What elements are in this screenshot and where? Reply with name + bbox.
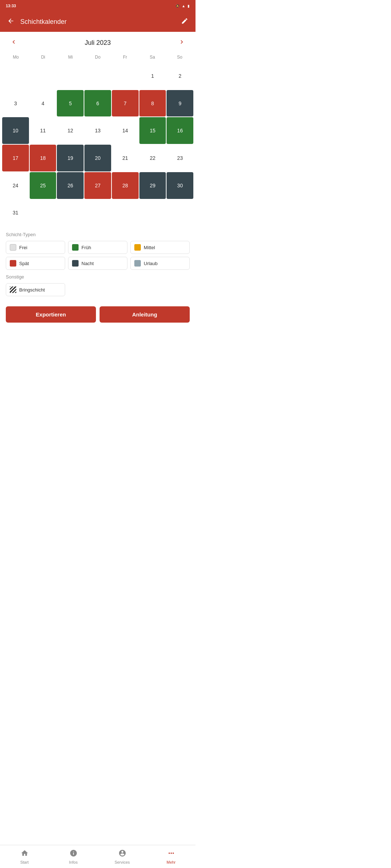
sonstige-title: Sonstige xyxy=(6,274,190,280)
schicht-typen-title: Schicht-Typen xyxy=(6,232,190,237)
legend-fruh[interactable]: Früh xyxy=(68,241,127,254)
weekday-sa: Sa xyxy=(139,53,166,61)
mittel-color-box xyxy=(134,244,141,251)
cal-day-5[interactable]: 5 xyxy=(57,90,84,117)
sonstige-grid: Bringschicht xyxy=(6,283,190,296)
cal-day-20[interactable]: 20 xyxy=(84,145,111,171)
nacht-color-box xyxy=(72,260,79,267)
urlaub-color-box xyxy=(134,260,141,267)
page-title: Schichtkalender xyxy=(20,18,180,26)
cal-day-29[interactable]: 29 xyxy=(139,172,166,199)
exportieren-button[interactable]: Exportieren xyxy=(6,306,96,323)
status-time: 13:33 xyxy=(6,4,16,8)
edit-button[interactable] xyxy=(180,17,190,26)
top-bar: Schichtkalender xyxy=(0,12,196,32)
cal-empty xyxy=(57,63,84,89)
weekday-do: Do xyxy=(84,53,111,61)
cal-day-9[interactable]: 9 xyxy=(167,90,193,117)
bringschicht-label: Bringschicht xyxy=(19,287,45,293)
cal-day-1[interactable]: 1 xyxy=(139,63,166,89)
calendar-weekdays: Mo Di Mi Do Fr Sa So xyxy=(0,53,196,61)
legend-bringschicht[interactable]: Bringschicht xyxy=(6,283,65,296)
status-bar: 13:33 🔕 ▲ ▮ xyxy=(0,0,196,12)
cal-day-8[interactable]: 8 xyxy=(139,90,166,117)
cal-day-26[interactable]: 26 xyxy=(57,172,84,199)
cal-day-2[interactable]: 2 xyxy=(167,63,193,89)
cal-day-7[interactable]: 7 xyxy=(112,90,139,117)
weekday-mi: Mi xyxy=(57,53,84,61)
cal-day-3[interactable]: 3 xyxy=(2,90,29,117)
legend-nacht[interactable]: Nacht xyxy=(68,257,127,270)
legend-section: Schicht-Typen Frei Früh Mittel Spät Nach… xyxy=(0,226,196,296)
cal-day-12[interactable]: 12 xyxy=(57,117,84,144)
calendar-nav: Juli 2023 xyxy=(0,35,196,50)
legend-grid: Frei Früh Mittel Spät Nacht Urlaub xyxy=(6,241,190,270)
cal-day-25[interactable]: 25 xyxy=(30,172,56,199)
wifi-icon: ▲ xyxy=(182,4,185,8)
weekday-mo: Mo xyxy=(2,53,29,61)
prev-month-button[interactable] xyxy=(7,37,20,49)
cal-day-28[interactable]: 28 xyxy=(112,172,139,199)
anleitung-button[interactable]: Anleitung xyxy=(100,306,190,323)
weekday-so: So xyxy=(166,53,193,61)
cal-day-13[interactable]: 13 xyxy=(84,117,111,144)
cal-empty xyxy=(30,63,56,89)
back-button[interactable] xyxy=(6,17,16,26)
action-buttons: Exportieren Anleitung xyxy=(0,302,196,328)
legend-frei[interactable]: Frei xyxy=(6,241,65,254)
fruh-label: Früh xyxy=(81,245,91,250)
alarm-off-icon: 🔕 xyxy=(175,4,180,8)
cal-empty xyxy=(84,63,111,89)
cal-empty xyxy=(112,63,139,89)
legend-mittel[interactable]: Mittel xyxy=(130,241,190,254)
cal-day-30[interactable]: 30 xyxy=(167,172,193,199)
calendar-container: Juli 2023 Mo Di Mi Do Fr Sa So 123456789… xyxy=(0,32,196,226)
status-icons: 🔕 ▲ ▮ xyxy=(175,4,190,8)
cal-day-19[interactable]: 19 xyxy=(57,145,84,171)
nacht-label: Nacht xyxy=(81,261,94,266)
frei-color-box xyxy=(10,244,16,251)
mittel-label: Mittel xyxy=(144,245,155,250)
cal-day-14[interactable]: 14 xyxy=(112,117,139,144)
cal-day-27[interactable]: 27 xyxy=(84,172,111,199)
cal-day-6[interactable]: 6 xyxy=(84,90,111,117)
cal-day-4[interactable]: 4 xyxy=(30,90,56,117)
calendar-month-title: Juli 2023 xyxy=(85,39,111,47)
spat-label: Spät xyxy=(19,261,29,266)
cal-day-15[interactable]: 15 xyxy=(139,117,166,144)
cal-day-18[interactable]: 18 xyxy=(30,145,56,171)
cal-day-21[interactable]: 21 xyxy=(112,145,139,171)
weekday-fr: Fr xyxy=(112,53,139,61)
next-month-button[interactable] xyxy=(175,37,188,49)
cal-day-16[interactable]: 16 xyxy=(167,117,193,144)
cal-day-17[interactable]: 17 xyxy=(2,145,29,171)
fruh-color-box xyxy=(72,244,79,251)
calendar-grid: 1234567891011121314151617181920212223242… xyxy=(0,63,196,226)
legend-spat[interactable]: Spät xyxy=(6,257,65,270)
cal-day-31[interactable]: 31 xyxy=(2,200,29,226)
cal-day-22[interactable]: 22 xyxy=(139,145,166,171)
battery-icon: ▮ xyxy=(188,4,190,8)
cal-day-11[interactable]: 11 xyxy=(30,117,56,144)
urlaub-label: Urlaub xyxy=(144,261,157,266)
cal-day-24[interactable]: 24 xyxy=(2,172,29,199)
legend-urlaub[interactable]: Urlaub xyxy=(130,257,190,270)
spat-color-box xyxy=(10,260,16,267)
weekday-di: Di xyxy=(29,53,56,61)
cal-day-10[interactable]: 10 xyxy=(2,117,29,144)
cal-day-23[interactable]: 23 xyxy=(167,145,193,171)
bringschicht-icon xyxy=(10,286,16,293)
cal-empty xyxy=(2,63,29,89)
frei-label: Frei xyxy=(19,245,27,250)
